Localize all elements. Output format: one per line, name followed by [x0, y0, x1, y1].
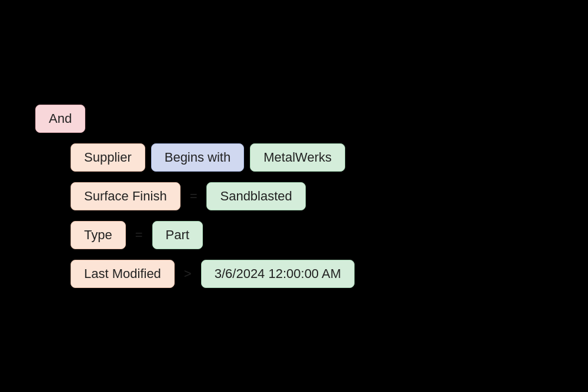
filter-row-supplier: Supplier Begins with MetalWerks	[71, 143, 355, 172]
and-badge[interactable]: And	[35, 105, 85, 133]
value-date[interactable]: 3/6/2024 12:00:00 AM	[201, 260, 355, 288]
filter-container: And Supplier Begins with MetalWerks Surf…	[0, 81, 390, 311]
operator-equals-2: =	[132, 227, 146, 243]
value-part[interactable]: Part	[152, 221, 203, 249]
and-row: And	[35, 105, 355, 133]
field-type[interactable]: Type	[71, 221, 126, 249]
field-last-modified[interactable]: Last Modified	[71, 260, 175, 288]
value-sandblasted[interactable]: Sandblasted	[206, 182, 305, 210]
value-metalwerks[interactable]: MetalWerks	[250, 143, 345, 172]
operator-begins-with[interactable]: Begins with	[151, 143, 245, 172]
field-supplier[interactable]: Supplier	[71, 143, 145, 172]
filter-row-last-modified: Last Modified > 3/6/2024 12:00:00 AM	[71, 260, 355, 288]
filter-row-type: Type = Part	[71, 221, 355, 249]
filter-row-surface-finish: Surface Finish = Sandblasted	[71, 182, 355, 210]
operator-greater-than: >	[181, 266, 195, 282]
operator-equals-1: =	[186, 189, 201, 204]
field-surface-finish[interactable]: Surface Finish	[71, 182, 181, 210]
